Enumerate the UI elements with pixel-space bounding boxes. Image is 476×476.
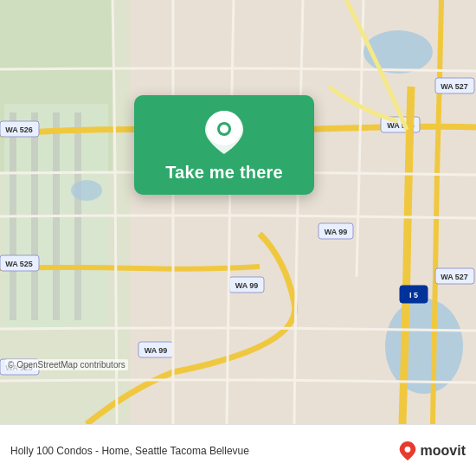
location-pin-icon	[205, 111, 243, 154]
svg-point-9	[385, 299, 463, 394]
location-label: Holly 100 Condos - Home, Seattle Tacoma …	[10, 445, 398, 457]
svg-text:WA 99: WA 99	[145, 346, 168, 355]
moovit-brand-label: moovit	[421, 443, 466, 459]
moovit-pin-icon	[398, 441, 417, 460]
svg-point-10	[71, 180, 102, 201]
svg-text:WA 526: WA 526	[5, 125, 33, 134]
map-container: WA 526 WA 526 WA 527 WA 527 WA 99 WA 99 …	[0, 0, 476, 424]
info-bar: Holly 100 Condos - Home, Seattle Tacoma …	[0, 424, 476, 476]
svg-point-34	[404, 446, 410, 452]
svg-text:WA 99: WA 99	[235, 281, 259, 290]
svg-text:WA 527: WA 527	[441, 273, 468, 281]
svg-text:WA 527: WA 527	[441, 82, 468, 91]
svg-point-33	[220, 125, 228, 133]
take-me-there-button[interactable]: Take me there	[165, 163, 283, 183]
map-attribution: © OpenStreetMap contributors	[5, 359, 128, 370]
navigation-popup[interactable]: Take me there	[134, 95, 314, 195]
svg-text:WA 99: WA 99	[325, 228, 348, 236]
svg-text:WA 525: WA 525	[5, 260, 33, 268]
moovit-logo: moovit	[398, 441, 466, 460]
svg-text:I 5: I 5	[409, 291, 418, 299]
